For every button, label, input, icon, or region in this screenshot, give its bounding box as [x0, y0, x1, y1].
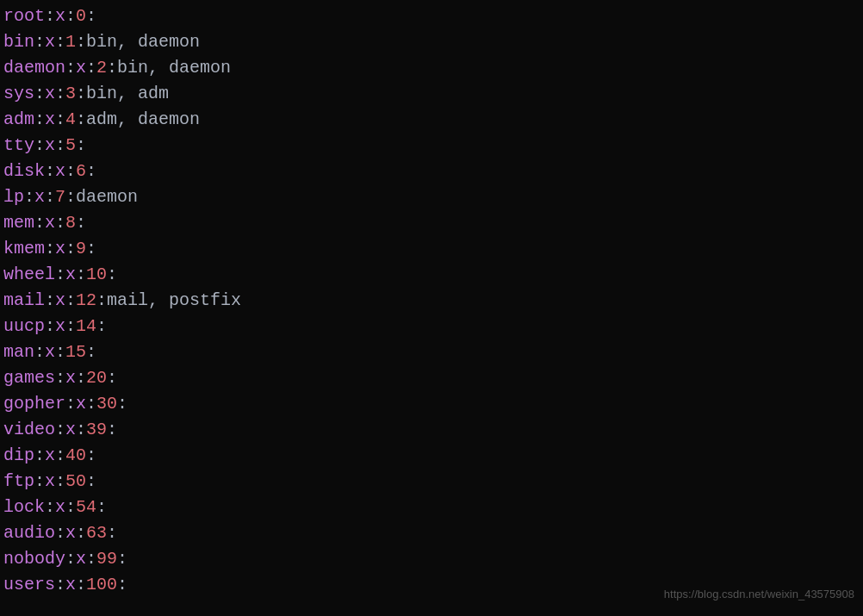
colon: :	[55, 264, 65, 284]
colon: :	[34, 445, 45, 465]
gid: 40	[65, 445, 86, 465]
terminal-line: lp:x:7:daemon	[3, 184, 860, 210]
colon: :	[65, 58, 76, 78]
password-field: x	[65, 368, 76, 388]
colon: :	[34, 84, 45, 103]
gid: 30	[96, 394, 117, 414]
terminal-line: wheel:x:10:	[3, 262, 860, 288]
password-field: x	[55, 290, 65, 310]
colon: :	[107, 264, 117, 284]
group-name: users	[3, 575, 55, 594]
password-field: x	[45, 471, 55, 491]
colon: :	[45, 290, 55, 310]
group-name: games	[3, 368, 55, 388]
colon: :	[96, 316, 107, 336]
group-name: audio	[3, 523, 55, 543]
group-name: adm	[3, 109, 34, 129]
password-field: x	[55, 316, 65, 336]
terminal-output: root:x:0:bin:x:1:bin, daemondaemon:x:2:b…	[3, 3, 860, 598]
gid: 8	[65, 213, 76, 233]
colon: :	[86, 394, 96, 414]
colon: :	[65, 549, 76, 569]
group-name: mem	[3, 213, 34, 233]
gid: 6	[76, 161, 86, 181]
colon: :	[107, 58, 117, 78]
password-field: x	[34, 187, 45, 207]
gid: 20	[86, 368, 107, 388]
colon: :	[55, 342, 65, 362]
password-field: x	[55, 239, 65, 258]
group-name: wheel	[3, 264, 55, 284]
gid: 1	[65, 32, 76, 52]
password-field: x	[76, 394, 86, 414]
colon: :	[76, 84, 86, 103]
terminal-line: audio:x:63:	[3, 520, 860, 546]
group-name: lock	[3, 497, 45, 517]
colon: :	[65, 290, 76, 310]
members: adm, daemon	[86, 109, 200, 129]
colon: :	[96, 497, 107, 517]
colon: :	[117, 394, 127, 414]
colon: :	[45, 187, 55, 207]
group-name: kmem	[3, 239, 45, 258]
colon: :	[76, 523, 86, 543]
colon: :	[34, 342, 45, 362]
colon: :	[45, 316, 55, 336]
colon: :	[24, 187, 34, 207]
colon: :	[107, 368, 117, 388]
colon: :	[65, 187, 76, 207]
terminal-line: kmem:x:9:	[3, 236, 860, 262]
terminal-line: uucp:x:14:	[3, 314, 860, 339]
gid: 0	[76, 6, 86, 26]
colon: :	[107, 420, 117, 439]
password-field: x	[76, 549, 86, 569]
group-name: root	[3, 6, 45, 26]
password-field: x	[55, 497, 65, 517]
terminal-line: tty:x:5:	[3, 133, 860, 159]
password-field: x	[55, 6, 65, 26]
password-field: x	[45, 213, 55, 233]
password-field: x	[65, 264, 76, 284]
terminal-line: gopher:x:30:	[3, 391, 860, 417]
colon: :	[86, 549, 96, 569]
terminal-line: root:x:0:	[3, 3, 860, 29]
colon: :	[76, 32, 86, 52]
colon: :	[65, 6, 76, 26]
password-field: x	[55, 161, 65, 181]
terminal-line: lock:x:54:	[3, 495, 860, 520]
terminal-line: ftp:x:50:	[3, 469, 860, 495]
group-name: sys	[3, 84, 34, 103]
colon: :	[86, 6, 96, 26]
colon: :	[45, 497, 55, 517]
colon: :	[86, 342, 96, 362]
group-name: gopher	[3, 394, 65, 414]
colon: :	[117, 549, 127, 569]
password-field: x	[45, 445, 55, 465]
colon: :	[55, 84, 65, 103]
gid: 10	[86, 264, 107, 284]
colon: :	[34, 32, 45, 52]
colon: :	[55, 575, 65, 594]
members: mail, postfix	[107, 290, 241, 310]
terminal-line: disk:x:6:	[3, 159, 860, 184]
gid: 7	[55, 187, 65, 207]
colon: :	[76, 420, 86, 439]
gid: 39	[86, 420, 107, 439]
terminal-line: sys:x:3:bin, adm	[3, 81, 860, 107]
password-field: x	[65, 523, 76, 543]
colon: :	[107, 523, 117, 543]
terminal-line: games:x:20:	[3, 365, 860, 391]
colon: :	[96, 290, 107, 310]
colon: :	[76, 264, 86, 284]
colon: :	[65, 316, 76, 336]
gid: 100	[86, 575, 117, 594]
colon: :	[65, 394, 76, 414]
password-field: x	[76, 58, 86, 78]
members: daemon	[76, 187, 138, 207]
terminal-line: dip:x:40:	[3, 443, 860, 469]
colon: :	[86, 239, 96, 258]
colon: :	[55, 135, 65, 155]
colon: :	[45, 161, 55, 181]
members: bin, daemon	[86, 32, 200, 52]
gid: 4	[65, 109, 76, 129]
